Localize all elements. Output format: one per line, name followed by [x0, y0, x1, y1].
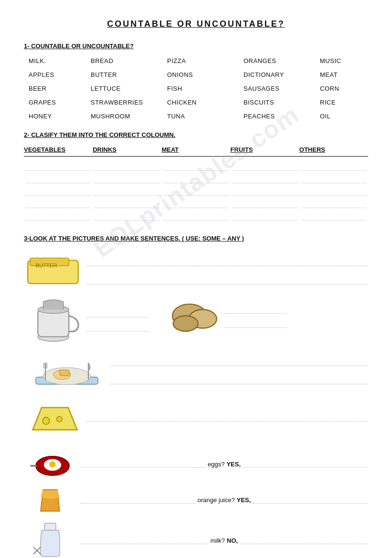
butter-image: BUTTER — [24, 249, 86, 291]
pic-row-butter: BUTTER — [24, 249, 368, 291]
section-3-heading: 3-LOOK AT THE PICTURES AND MAKE SENTENCE… — [24, 235, 368, 242]
empty-line — [95, 210, 159, 221]
tray-lines[interactable] — [110, 352, 368, 388]
empty-line — [26, 185, 91, 196]
classify-section: VEGETABLES DRINKS MEAT FRUITS OTHERS — [24, 146, 368, 223]
word-10: MEAT — [320, 71, 377, 78]
word-9: DICTIONARY — [244, 71, 320, 78]
eggs-sentence[interactable]: eggs? YES, — [80, 459, 368, 468]
word-21: HONEY — [29, 113, 91, 120]
col-others: OTHERS — [299, 146, 368, 153]
word-5: MUSIC — [320, 57, 377, 64]
empty-line — [163, 160, 228, 171]
milk-row: milk? NO, — [24, 521, 368, 558]
section-2: 2- CLASIFY THEM INTO THE CORRECT COLOUMN… — [24, 131, 368, 223]
milk-bottle-icon — [31, 521, 69, 558]
svg-point-19 — [42, 417, 50, 424]
empty-line — [95, 173, 159, 183]
word-4: ORANGES — [244, 57, 320, 64]
eggs-dotted-2[interactable] — [243, 459, 368, 468]
word-23: TUNA — [167, 113, 244, 120]
section-1-heading: 1- COUNTABLE OR UNCOUNTABLE? — [24, 42, 368, 50]
tray-icon — [33, 348, 100, 391]
col-drinks: DRINKS — [93, 146, 161, 153]
word-15: CORN — [320, 85, 377, 92]
svg-point-8 — [173, 316, 198, 332]
jug-icon — [24, 294, 86, 345]
juice-word: orange juice? — [198, 496, 235, 504]
col-lines-1 — [24, 158, 93, 223]
empty-line — [301, 173, 366, 183]
col-fruits: FRUITS — [231, 146, 299, 153]
cheese-image — [24, 394, 86, 439]
page-title: COUNTABLE OR UNCOUNTABLE? — [24, 19, 368, 29]
classify-header: VEGETABLES DRINKS MEAT FRUITS OTHERS — [24, 146, 368, 157]
word-24: PEACHES — [244, 113, 320, 120]
cheese-write-line[interactable] — [86, 411, 368, 421]
empty-line — [95, 185, 159, 196]
juice-dotted-2[interactable] — [253, 495, 368, 504]
word-grid: MILK. BREAD PIZZA ORANGES MUSIC APPLES B… — [29, 57, 368, 120]
word-3: PIZZA — [167, 57, 244, 64]
word-19: BISCUITS — [244, 99, 320, 106]
potato-lines[interactable] — [224, 299, 286, 332]
word-6: APPLES — [29, 71, 91, 78]
empty-line — [301, 210, 366, 221]
juice-glass-icon — [33, 483, 67, 516]
empty-line — [301, 198, 366, 208]
left-jug-section — [24, 294, 148, 345]
row-jug-potatoes — [24, 294, 368, 345]
write-line-2[interactable] — [86, 274, 368, 284]
juice-row: orange juice? YES, — [24, 483, 368, 516]
milk-dotted-1[interactable] — [80, 536, 209, 544]
svg-point-24 — [50, 462, 55, 467]
tray-write-line-2[interactable] — [110, 374, 368, 384]
butter-line[interactable] — [86, 252, 368, 288]
potato-write-line-1[interactable] — [224, 303, 286, 314]
tray-image — [24, 348, 110, 391]
milk-sentence[interactable]: milk? NO, — [80, 536, 368, 544]
classify-lines — [24, 158, 368, 223]
empty-line — [95, 160, 159, 171]
empty-line — [163, 210, 228, 221]
svg-rect-25 — [44, 523, 56, 530]
milk-image — [24, 521, 76, 558]
word-22: MUSHROOM — [91, 113, 167, 120]
jug-write-line-1[interactable] — [86, 307, 148, 317]
empty-line — [163, 185, 228, 196]
jug-write-line-2[interactable] — [86, 321, 148, 332]
tray-write-line-1[interactable] — [110, 356, 368, 366]
eggs-dotted-1[interactable] — [80, 459, 206, 468]
word-8: ONIONS — [167, 71, 244, 78]
potato-write-line-2[interactable] — [224, 317, 286, 328]
empty-line — [26, 198, 91, 208]
potato-image — [162, 294, 224, 337]
word-12: LETTUCE — [91, 85, 167, 92]
word-17: STRAWBERRIES — [91, 99, 167, 106]
juice-sentence[interactable]: orange juice? YES, — [80, 495, 368, 504]
juice-dotted-1[interactable] — [80, 495, 196, 504]
cheese-icon — [24, 394, 86, 439]
pan-image — [24, 449, 76, 478]
potato-icon — [162, 294, 224, 337]
milk-dotted-2[interactable] — [240, 536, 368, 544]
question-rows: eggs? YES, orange juice? — [24, 449, 368, 558]
empty-line — [301, 160, 366, 171]
jug-image — [24, 294, 86, 345]
empty-line — [233, 210, 297, 221]
col-meat: MEAT — [161, 146, 230, 153]
col-lines-5 — [299, 158, 368, 223]
section-2-heading: 2- CLASIFY THEM INTO THE CORRECT COLOUMN… — [24, 131, 368, 138]
pic-row-tray — [24, 348, 368, 391]
word-16: GRAPES — [29, 99, 91, 106]
milk-word: milk? — [211, 537, 225, 544]
empty-line — [301, 185, 366, 196]
write-line-1[interactable] — [86, 256, 368, 266]
jug-lines[interactable] — [86, 303, 148, 336]
empty-line — [233, 185, 297, 196]
word-2: BREAD — [91, 57, 167, 64]
yes-label-1: YES, — [226, 461, 241, 468]
word-18: CHICKEN — [167, 99, 244, 106]
cheese-lines[interactable] — [86, 407, 368, 425]
svg-point-20 — [57, 416, 62, 421]
